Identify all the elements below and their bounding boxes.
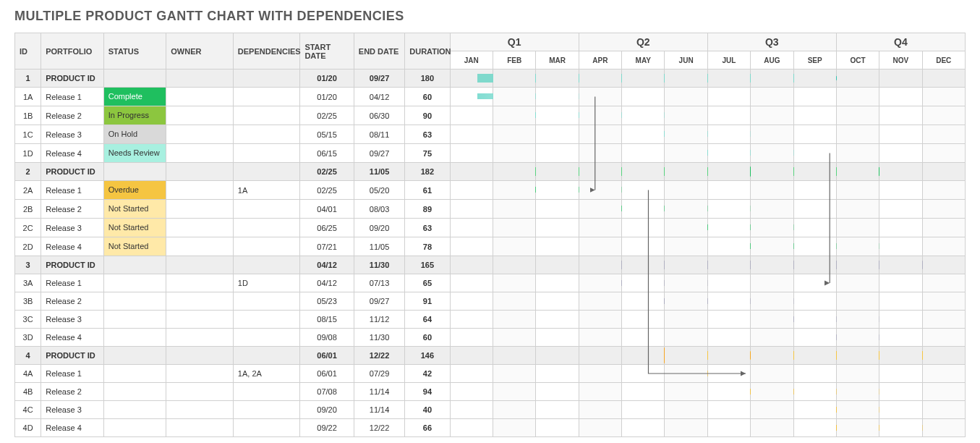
timeline-cell[interactable] — [493, 88, 535, 106]
timeline-cell[interactable] — [879, 237, 922, 256]
timeline-cell[interactable] — [707, 347, 750, 365]
cell-id[interactable]: 4B — [15, 383, 41, 401]
cell-portfolio[interactable]: Release 1 — [41, 88, 104, 106]
timeline-cell[interactable] — [622, 292, 665, 311]
timeline-cell[interactable] — [665, 347, 707, 365]
cell-duration[interactable]: 60 — [405, 329, 450, 347]
timeline-cell[interactable] — [751, 311, 793, 329]
cell-start[interactable]: 07/08 — [300, 383, 354, 401]
timeline-cell[interactable] — [707, 311, 750, 329]
cell-end[interactable]: 11/30 — [354, 256, 404, 274]
timeline-cell[interactable] — [622, 88, 665, 106]
cell-status[interactable]: Overdue — [103, 181, 166, 200]
cell-end[interactable]: 09/27 — [354, 292, 404, 311]
cell-end[interactable]: 07/13 — [354, 274, 404, 292]
cell-portfolio[interactable]: Release 2 — [41, 106, 104, 125]
cell-start[interactable]: 04/12 — [300, 256, 354, 274]
timeline-cell[interactable] — [707, 256, 750, 274]
product-row[interactable]: 1PRODUCT ID01/2009/27180 — [15, 69, 966, 88]
timeline-cell[interactable] — [493, 383, 535, 401]
col-end[interactable]: END DATE — [354, 33, 404, 69]
timeline-cell[interactable] — [707, 200, 750, 219]
timeline-cell[interactable] — [536, 419, 579, 437]
cell-owner[interactable] — [166, 219, 234, 237]
timeline-cell[interactable] — [751, 237, 793, 256]
timeline-cell[interactable] — [536, 181, 579, 200]
timeline-cell[interactable] — [707, 163, 750, 181]
cell-owner[interactable] — [166, 237, 234, 256]
cell-portfolio[interactable]: PRODUCT ID — [41, 69, 104, 88]
cell-dependencies[interactable] — [233, 311, 300, 329]
timeline-cell[interactable] — [751, 292, 793, 311]
timeline-cell[interactable] — [793, 163, 836, 181]
timeline-cell[interactable] — [450, 347, 493, 365]
timeline-cell[interactable] — [879, 292, 922, 311]
cell-start[interactable]: 04/01 — [300, 200, 354, 219]
cell-end[interactable]: 08/03 — [354, 200, 404, 219]
timeline-cell[interactable] — [622, 419, 665, 437]
timeline-cell[interactable] — [665, 200, 707, 219]
timeline-cell[interactable] — [493, 219, 535, 237]
cell-dependencies[interactable] — [233, 219, 300, 237]
timeline-cell[interactable] — [836, 200, 879, 219]
timeline-cell[interactable] — [622, 200, 665, 219]
timeline-cell[interactable] — [450, 125, 493, 144]
timeline-cell[interactable] — [622, 274, 665, 292]
timeline-cell[interactable] — [450, 88, 493, 106]
timeline-cell[interactable] — [836, 292, 879, 311]
timeline-cell[interactable] — [707, 383, 750, 401]
cell-dependencies[interactable] — [233, 106, 300, 125]
timeline-cell[interactable] — [536, 144, 579, 163]
cell-owner[interactable] — [166, 256, 234, 274]
timeline-cell[interactable] — [493, 292, 535, 311]
timeline-cell[interactable] — [836, 274, 879, 292]
timeline-cell[interactable] — [879, 88, 922, 106]
timeline-cell[interactable] — [579, 329, 621, 347]
cell-id[interactable]: 1A — [15, 88, 41, 106]
timeline-cell[interactable] — [622, 219, 665, 237]
cell-end[interactable]: 11/05 — [354, 163, 404, 181]
timeline-cell[interactable] — [707, 419, 750, 437]
cell-id[interactable]: 1C — [15, 125, 41, 144]
timeline-cell[interactable] — [793, 125, 836, 144]
timeline-cell[interactable] — [836, 365, 879, 383]
cell-portfolio[interactable]: PRODUCT ID — [41, 347, 104, 365]
timeline-cell[interactable] — [493, 163, 535, 181]
timeline-cell[interactable] — [751, 181, 793, 200]
timeline-cell[interactable] — [879, 383, 922, 401]
col-portfolio[interactable]: PORTFOLIO — [41, 33, 104, 69]
timeline-cell[interactable] — [751, 347, 793, 365]
cell-status[interactable] — [103, 311, 166, 329]
timeline-cell[interactable] — [579, 347, 621, 365]
timeline-cell[interactable] — [922, 401, 965, 419]
timeline-cell[interactable] — [922, 125, 965, 144]
timeline-cell[interactable] — [707, 88, 750, 106]
timeline-cell[interactable] — [751, 125, 793, 144]
timeline-cell[interactable] — [836, 329, 879, 347]
timeline-cell[interactable] — [751, 219, 793, 237]
cell-id[interactable]: 4A — [15, 365, 41, 383]
timeline-cell[interactable] — [922, 144, 965, 163]
timeline-cell[interactable] — [579, 125, 621, 144]
task-row[interactable]: 1CRelease 3On Hold05/1508/1163 — [15, 125, 966, 144]
timeline-cell[interactable] — [493, 125, 535, 144]
cell-start[interactable]: 05/15 — [300, 125, 354, 144]
timeline-cell[interactable] — [622, 181, 665, 200]
timeline-cell[interactable] — [579, 237, 621, 256]
timeline-cell[interactable] — [450, 401, 493, 419]
timeline-cell[interactable] — [922, 69, 965, 88]
timeline-cell[interactable] — [922, 347, 965, 365]
cell-end[interactable]: 09/20 — [354, 219, 404, 237]
cell-start[interactable]: 04/12 — [300, 274, 354, 292]
cell-dependencies[interactable] — [233, 256, 300, 274]
timeline-cell[interactable] — [665, 163, 707, 181]
timeline-cell[interactable] — [450, 365, 493, 383]
timeline-cell[interactable] — [665, 237, 707, 256]
cell-dependencies[interactable] — [233, 200, 300, 219]
cell-end[interactable]: 11/14 — [354, 401, 404, 419]
task-row[interactable]: 2CRelease 3Not Started06/2509/2063 — [15, 219, 966, 237]
timeline-cell[interactable] — [450, 237, 493, 256]
cell-id[interactable]: 1 — [15, 69, 41, 88]
timeline-cell[interactable] — [879, 419, 922, 437]
cell-portfolio[interactable]: Release 2 — [41, 383, 104, 401]
